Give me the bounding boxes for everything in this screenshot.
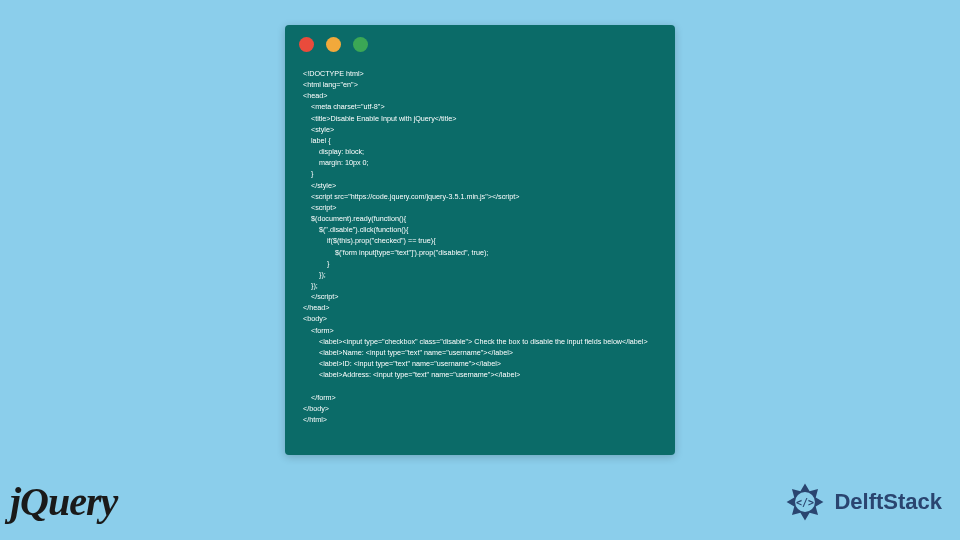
code-window: <!DOCTYPE html> <html lang="en"> <head> … bbox=[285, 25, 675, 455]
maximize-icon bbox=[353, 37, 368, 52]
code-content: <!DOCTYPE html> <html lang="en"> <head> … bbox=[285, 60, 675, 433]
svg-text:</>: </> bbox=[796, 497, 814, 508]
delftstack-icon: </> bbox=[782, 479, 828, 525]
jquery-logo: jQuery bbox=[10, 478, 117, 525]
delftstack-label: DelftStack bbox=[834, 489, 942, 515]
close-icon bbox=[299, 37, 314, 52]
window-controls bbox=[285, 25, 675, 60]
minimize-icon bbox=[326, 37, 341, 52]
delftstack-logo: </> DelftStack bbox=[782, 479, 942, 525]
